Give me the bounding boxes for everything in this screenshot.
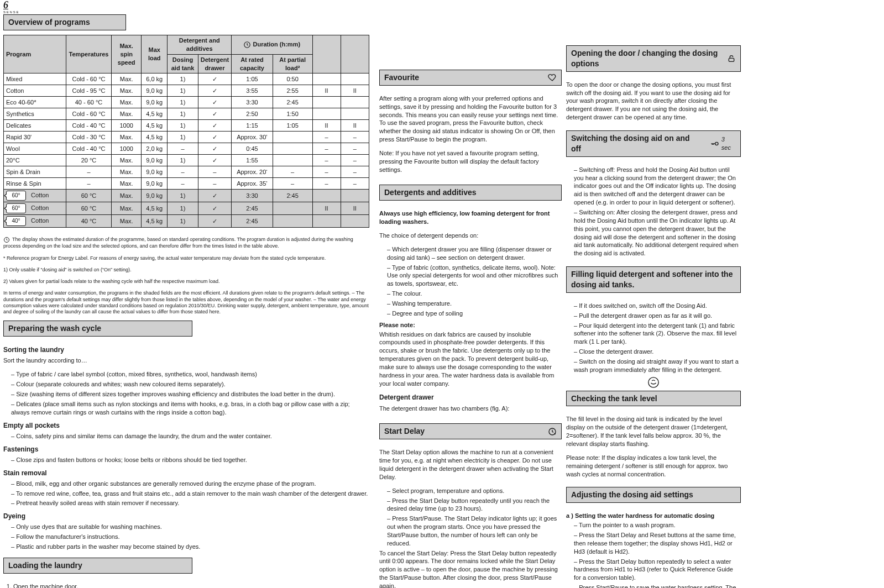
list-item: Colour (separate coloureds and whites; w… [11, 380, 369, 389]
list-item: Switching off: Press and hold the Dosing… [574, 166, 741, 207]
th-extra-1 [312, 35, 341, 73]
brand-mark: 6 [3, 0, 369, 10]
table-row: Rapid 30'Cold - 30 °CMax.4,5 kg1)✓Approx… [4, 132, 369, 143]
fig-b-icon [647, 376, 660, 389]
table-row: 20°C20 °CMax.9,0 kg1)✓1:55–– [4, 155, 369, 166]
table-row: WoolCold - 40 °C10002,0 kg–✓0:45–– [4, 143, 369, 155]
section-tanklevel: Checking the tank level [566, 391, 741, 407]
program-table: Program Temperatures Max. spin speed Max… [3, 35, 369, 228]
list-item: Pretreat heavily soiled areas with stain… [11, 499, 369, 507]
table-row: Rinse & Spin–Max.9,0 kg––Approx. 35’––– [4, 178, 369, 190]
table-row: MixedCold - 60 °CMax.6,0 kg1)✓1:050:50 [4, 74, 369, 85]
list-item: Open the machine door. [13, 582, 369, 588]
section-fill: Filling liquid detergent and softener in… [566, 266, 741, 293]
tanklevel-body: The fill level in the dosing aid tank is… [566, 415, 741, 478]
section-overview: Overview of programs [3, 14, 126, 30]
th-temp: Temperatures [66, 35, 111, 73]
section-adjust: Adjusting the dosing aid settings [566, 487, 741, 503]
list-item: Switching on: After closing the detergen… [574, 208, 741, 258]
section-prepare-wash: Preparing the wash cycle [3, 321, 192, 337]
footnote-clock: The display shows the estimated duration… [3, 237, 369, 249]
list-item: Press the Start Delay button repeatedly … [574, 558, 741, 582]
th-spin: Max. spin speed [112, 35, 142, 73]
fill-body: If it does switched on, switch off the D… [574, 302, 741, 374]
list-item: The colour. [387, 290, 562, 298]
table-row: 60° Cotton60 °CMax.9,0 kg1)✓3:302:45 [4, 190, 369, 202]
table-row: DelicatesCold - 40 °C10004,5 kg1)✓1:151:… [4, 120, 369, 132]
th-dur-partial: At partial load² [273, 54, 312, 74]
clock-icon [3, 237, 10, 243]
list-item: Follow the manufacturer's instructions. [11, 533, 369, 541]
th-dur-rated: At rated capacity [232, 54, 273, 74]
heart-icon [548, 73, 557, 82]
section-favourite: Favourite [379, 70, 562, 86]
loading-steps: Open the machine door.Unfold the laundry… [13, 582, 369, 588]
section-detergents: Detergents and additives [379, 185, 562, 201]
clock-icon [243, 41, 251, 49]
list-item: Pull the detergent drawer open as far as… [574, 312, 741, 320]
list-item: Delicates (place small items such as nyl… [11, 400, 369, 417]
list-item: Press Start/Pause to save the water hard… [574, 584, 741, 588]
footnote-1: 1) Only usable if “dosing aid” is switch… [3, 267, 369, 273]
list-item: Press the Start Delay button repeatedly … [387, 497, 562, 513]
footnote-ref: * Reference program for Energy Label. Fo… [3, 255, 369, 261]
list-item: Press Start/Pause. The Start Delay indic… [387, 514, 562, 547]
th-det-tank: Dosing aid tank [168, 54, 198, 74]
list-item: Select program, temperature and options. [387, 487, 562, 495]
onoff-body: Switching off: Press and hold the Dosing… [574, 166, 741, 258]
table-row: SyntheticsCold - 60 °CMax.4,5 kg1)✓2:501… [4, 108, 369, 120]
prepare-wash-body: Sorting the laundry Sort the laundry acc… [3, 345, 369, 551]
list-item: Coins, safety pins and similar items can… [11, 432, 369, 440]
list-item: Type of fabric / care label symbol (cott… [11, 370, 369, 379]
th-program: Program [4, 35, 66, 73]
th-det-drawer: Detergent drawer [198, 54, 231, 74]
list-item: Close zips and fasten buttons or hooks; … [11, 456, 369, 464]
list-item: Pour liquid detergent into the detergent… [574, 322, 741, 347]
list-item: Close the detergent drawer. [574, 348, 741, 356]
list-item: If it does switched on, switch off the D… [574, 302, 741, 310]
list-item: To remove red wine, coffee, tea, grass a… [11, 490, 369, 498]
delay-clock-icon [548, 427, 557, 436]
footnote-2: 2) Values given for partial loads relate… [3, 279, 369, 285]
favourite-body: After setting a program along with your … [379, 95, 562, 174]
list-item: Size (washing items of different sizes t… [11, 390, 369, 398]
list-item: Switch on the dosing aid straight away i… [574, 358, 741, 374]
start-delay-body: The Start Delay option allows the machin… [379, 448, 562, 588]
door-body: To open the door or change the dosing op… [566, 81, 741, 122]
list-item: Which detergent drawer you are filling (… [387, 245, 562, 262]
list-item: Degree and type of soiling [387, 309, 562, 318]
section-start-delay: Start Delay [379, 423, 562, 439]
th-extra-2 [341, 35, 369, 73]
table-row: 40° Cotton40 °CMax.4,5 kg1)✓2:45 [4, 215, 369, 228]
table-row: Spin & Drain–Max.9,0 kg––Approx. 20‘––– [4, 166, 369, 178]
svg-point-4 [715, 142, 718, 145]
key-3sec-icon: 3 sec [710, 135, 736, 152]
list-item: Only use dyes that are suitable for wash… [11, 523, 369, 531]
svg-point-5 [648, 377, 658, 387]
th-load: Max load [142, 35, 168, 73]
table-row: CottonCold - 95 °CMax.9,0 kg1)✓3:552:55I… [4, 85, 369, 97]
list-item: Blood, milk, egg and other organic subst… [11, 480, 369, 488]
footnote-caption: In terms of energy and water consumption… [3, 290, 369, 315]
th-det-group: Detergent and additives [168, 35, 232, 54]
section-onoff: Switching the dosing aid on and off 3 se… [566, 130, 741, 157]
section-door: Opening the door / changing the dosing o… [566, 45, 741, 72]
th-dur-group: Duration (h:mm) [232, 35, 312, 54]
list-item: Washing temperature. [387, 300, 562, 308]
table-row: 60° Cotton60 °CMax.4,5 kg1)✓2:45IIII [4, 202, 369, 215]
section-loading: Loading the laundry [3, 558, 192, 574]
list-item: Type of fabric (cotton, synthetics, deli… [387, 264, 562, 288]
list-item: Press the Start Delay and Reset buttons … [574, 531, 741, 556]
brand-sub: SENSE [3, 10, 369, 14]
svg-rect-3 [729, 58, 734, 61]
adjust-body: a ) Setting the water hardness for autom… [566, 512, 741, 588]
list-item: Plastic and rubber parts in the washer m… [11, 543, 369, 551]
unlock-icon [727, 54, 736, 63]
list-item: Turn the pointer to a wash program. [574, 521, 741, 529]
table-row: Eco 40-60*40 - 60 °CMax.9,0 kg1)✓3:302:4… [4, 97, 369, 108]
detergents-body: Always use high efficiency, low foaming … [379, 209, 562, 412]
